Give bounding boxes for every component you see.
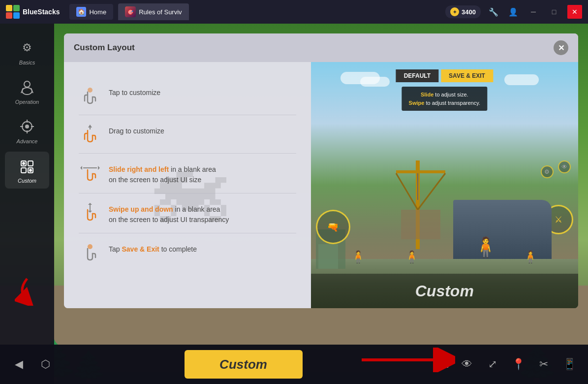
operation-label: Operation bbox=[15, 99, 39, 105]
tap-gesture-icon bbox=[80, 86, 100, 106]
svg-rect-0 bbox=[6, 5, 12, 11]
drag-text: Drag to customize bbox=[109, 127, 164, 135]
drag-gesture-icon bbox=[80, 125, 100, 144]
slide-highlight: Slide right and left bbox=[109, 165, 169, 173]
svg-marker-23 bbox=[88, 125, 92, 128]
minimize-button[interactable]: ─ bbox=[526, 5, 541, 19]
titlebar-right: ✦ 3400 🔧 👤 ─ □ ✕ bbox=[445, 5, 582, 19]
scissors-icon[interactable]: ✂ bbox=[535, 355, 553, 373]
custom-button[interactable]: Custom bbox=[185, 350, 303, 379]
slide-icon bbox=[79, 161, 101, 184]
tap-icon bbox=[79, 85, 101, 107]
hint-swipe-rest: to adjust transparency. bbox=[426, 100, 480, 106]
preview-default-btn[interactable]: DEFAULT bbox=[396, 69, 438, 82]
instructions-panel: 🏍 Tap to customize bbox=[64, 62, 311, 308]
advance-label: Advance bbox=[17, 138, 38, 144]
svg-rect-17 bbox=[28, 161, 33, 166]
instruction-drag: Drag to customize bbox=[79, 115, 296, 154]
home-bottom-icon[interactable]: ⬡ bbox=[36, 355, 54, 373]
drag-icon bbox=[79, 123, 101, 145]
home-icon: 🏠 bbox=[76, 7, 86, 17]
coin-icon: ✦ bbox=[450, 7, 459, 16]
bottom-nav-icons: ◀ ⬡ bbox=[10, 355, 54, 373]
svg-marker-28 bbox=[88, 203, 92, 205]
home-label: Home bbox=[89, 8, 106, 16]
preview-save-btn[interactable]: SAVE & EXIT bbox=[441, 69, 493, 82]
advance-svg-icon bbox=[18, 118, 36, 135]
wrench-icon[interactable]: 🔧 bbox=[487, 5, 500, 19]
advance-icon bbox=[18, 117, 36, 136]
sidebar-item-custom[interactable]: Custom bbox=[5, 152, 49, 189]
hint-swipe-word: Swipe bbox=[409, 100, 425, 106]
basics-label: Basics bbox=[19, 60, 35, 65]
preview-hint-box: Slide to adjust size. Swipe to adjust tr… bbox=[402, 87, 487, 111]
char-2: 🧍 bbox=[404, 250, 419, 264]
sidebar-item-basics[interactable]: ⚙ Basics bbox=[5, 33, 49, 70]
svg-point-9 bbox=[25, 125, 29, 128]
preview-game-bg: DEFAULT SAVE & EXIT Slide to adjust size… bbox=[311, 62, 578, 308]
instruction-drag-text: Drag to customize bbox=[109, 123, 164, 136]
bluestacks-logo-icon bbox=[6, 5, 20, 19]
sidebar: ⚙ Basics Operation bbox=[0, 24, 54, 384]
operation-icon bbox=[18, 78, 36, 96]
custom-layout-dialog: Custom Layout ✕ 🏍 bbox=[64, 33, 578, 308]
svg-rect-32 bbox=[396, 170, 445, 173]
dialog-close-button[interactable]: ✕ bbox=[554, 40, 568, 55]
svg-rect-1 bbox=[13, 5, 20, 11]
dialog-title: Custom Layout bbox=[74, 43, 135, 53]
profile-icon[interactable]: 👤 bbox=[506, 5, 520, 19]
crane-structure bbox=[391, 160, 450, 249]
cloud-3 bbox=[504, 74, 539, 85]
save-finger-icon bbox=[80, 243, 100, 262]
svg-rect-14 bbox=[21, 168, 26, 173]
instruction-tap-text: Tap to customize bbox=[109, 85, 160, 98]
cloud-2 bbox=[360, 77, 390, 87]
fullscreen-icon[interactable]: ⤢ bbox=[484, 355, 501, 373]
maximize-button[interactable]: □ bbox=[547, 5, 561, 19]
swipe-icon bbox=[79, 201, 101, 224]
bottom-bar: ◀ ⬡ Custom ⌨ 👁 ⤢ 📍 ✂ 📱 bbox=[0, 345, 588, 384]
app-logo: BlueStacks bbox=[6, 5, 60, 19]
bottom-right-icons: ⌨ 👁 ⤢ 📍 ✂ 📱 bbox=[433, 355, 578, 373]
game-tab-label: Rules of Surviv bbox=[139, 8, 182, 16]
app-name: BlueStacks bbox=[23, 8, 60, 16]
preview-custom-overlay: Custom bbox=[311, 274, 578, 308]
svg-marker-25 bbox=[80, 166, 82, 170]
building-2 bbox=[318, 244, 338, 269]
main-content: 🌲 🌲 🌲 ⚙ Basics Operation bbox=[0, 24, 588, 384]
hud-eye: 👁 bbox=[558, 160, 571, 173]
dialog-body: 🏍 Tap to customize bbox=[64, 62, 578, 308]
svg-marker-29 bbox=[88, 211, 92, 213]
eye-bottom-icon[interactable]: 👁 bbox=[458, 355, 476, 373]
swipe-gesture-icon bbox=[80, 203, 100, 223]
svg-rect-3 bbox=[13, 12, 20, 19]
hint-slide-rest: to adjust size. bbox=[435, 92, 468, 97]
instruction-tap: Tap to customize bbox=[79, 77, 296, 115]
home-tab[interactable]: 🏠 Home bbox=[69, 4, 113, 20]
red-arrow-sidebar bbox=[15, 276, 39, 308]
preview-panel: DEFAULT SAVE & EXIT Slide to adjust size… bbox=[311, 62, 578, 308]
instruction-swipe-text: Swipe up and down in a blank areaon the … bbox=[109, 201, 229, 225]
dialog-title-bar: Custom Layout ✕ bbox=[64, 33, 578, 62]
close-button[interactable]: ✕ bbox=[567, 5, 582, 19]
svg-marker-26 bbox=[98, 166, 100, 170]
save-before: Tap bbox=[109, 245, 122, 253]
svg-point-18 bbox=[22, 162, 25, 165]
game-tab[interactable]: 🎯 Rules of Surviv bbox=[118, 3, 188, 20]
keyboard-icon[interactable]: ⌨ bbox=[433, 355, 450, 373]
sidebar-item-advance[interactable]: Advance bbox=[5, 112, 49, 149]
game-tab-icon: 🎯 bbox=[125, 6, 136, 17]
char-main: 🧍 bbox=[473, 236, 498, 259]
hint-slide-word: Slide bbox=[421, 92, 433, 97]
basics-icon: ⚙ bbox=[18, 38, 36, 57]
instruction-save: Tap Save & Exit to complete bbox=[79, 233, 296, 271]
location-icon[interactable]: 📍 bbox=[509, 355, 527, 373]
back-icon[interactable]: ◀ bbox=[10, 355, 28, 373]
instruction-slide: Slide right and left in a blank areaon t… bbox=[79, 154, 296, 193]
hud-circle-left: 🔫 bbox=[316, 210, 350, 244]
save-after: to complete bbox=[161, 245, 197, 253]
sidebar-item-operation[interactable]: Operation bbox=[5, 73, 49, 110]
mobile-icon[interactable]: 📱 bbox=[560, 355, 578, 373]
instruction-slide-text: Slide right and left in a blank areaon t… bbox=[109, 161, 216, 185]
svg-rect-35 bbox=[401, 210, 440, 239]
